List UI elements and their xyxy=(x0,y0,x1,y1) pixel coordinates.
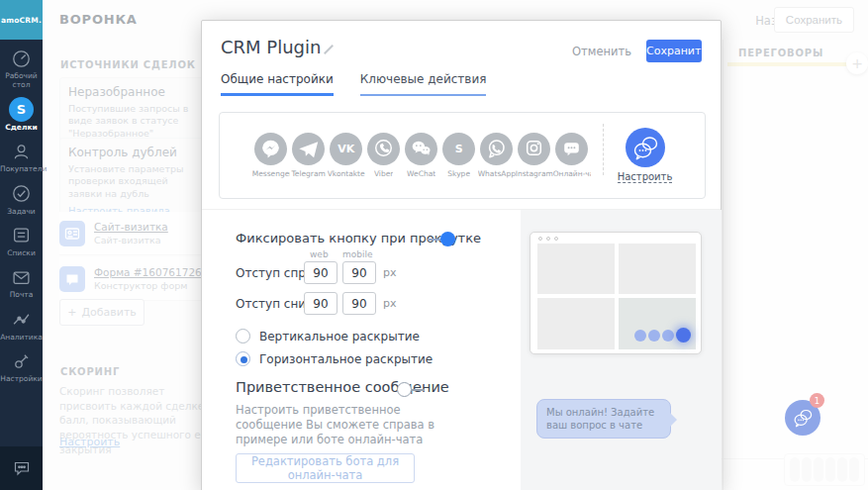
unread-count-badge: 1 xyxy=(810,393,824,408)
telegram-icon xyxy=(292,133,325,165)
source-card-form[interactable]: Форма #1607617266 Конструктор форм xyxy=(59,257,208,301)
window-controls-icon xyxy=(538,237,558,241)
px-unit-label: px xyxy=(383,266,397,279)
whatsapp-icon xyxy=(480,133,513,165)
online-chat-configured-icon xyxy=(626,128,665,167)
sidebar-item-buyers[interactable]: Покупатели xyxy=(0,141,43,173)
messenger-item-whatsapp[interactable]: WhatsApp xyxy=(478,133,516,178)
form-builder-icon xyxy=(59,266,85,292)
radio-vertical-expand[interactable]: Вертикальное раскрытие xyxy=(236,329,420,343)
sidebar-item-settings[interactable]: Настройки xyxy=(0,350,43,383)
messenger-sources-box: Messenger Telegram VK Vkontakte Viber xyxy=(219,112,706,199)
offset-bottom-mobile-input[interactable] xyxy=(342,292,376,315)
wechat-icon xyxy=(405,133,437,165)
stage-color-bar xyxy=(727,62,864,66)
sources-header: ИСТОЧНИКИ СДЕЛОК xyxy=(60,59,196,70)
offset-right-web-input[interactable] xyxy=(304,261,338,284)
messenger-item-viber[interactable]: Viber xyxy=(365,133,403,178)
edit-bot-button[interactable]: Редактировать бота для онлайн-чата xyxy=(236,453,415,483)
scoring-configure-link[interactable]: Настроить xyxy=(59,436,120,448)
source-card-site-card[interactable]: Сайт-визитка Сайт-визитка xyxy=(59,212,208,255)
online-chat-icon xyxy=(555,133,588,165)
welcome-message-toggle[interactable] xyxy=(397,382,425,397)
add-source-button[interactable]: + Добавить xyxy=(59,299,145,326)
tab-general-settings[interactable]: Общие настройки xyxy=(221,72,334,96)
quick-add-button[interactable]: + xyxy=(846,52,868,74)
sidebar-item-lists[interactable]: Списки xyxy=(0,225,43,257)
negotiations-header: ПЕРЕГОВОРЫ xyxy=(738,48,823,58)
chat-bubbles-icon xyxy=(788,403,818,433)
amocrm-logo[interactable]: amoCRM. xyxy=(0,0,43,40)
page-title: ВОРОНКА xyxy=(59,12,138,27)
vk-icon: VK xyxy=(330,133,362,165)
messenger-item-online-chat[interactable]: Онлайн-ча xyxy=(553,133,591,178)
radio-button-selected[interactable] xyxy=(236,351,250,366)
welcome-message-description: Настроить приветственное сообщение Вы см… xyxy=(236,403,441,448)
support-chat-icon xyxy=(12,458,32,478)
tasks-icon xyxy=(12,183,31,205)
configure-online-chat[interactable]: Настроить xyxy=(618,128,673,183)
deal-sources-column: ИСТОЧНИКИ СДЕЛОК Неразобранное Поступивш… xyxy=(59,40,216,490)
web-column-label: web xyxy=(310,249,329,259)
viber-icon xyxy=(367,133,400,165)
support-chat-button[interactable] xyxy=(0,446,43,490)
px-unit-label: px xyxy=(383,297,397,310)
scoring-header: СКОРИНГ xyxy=(60,366,120,377)
configure-label[interactable]: Настроить xyxy=(618,171,673,183)
sidebar-item-tasks[interactable]: Задачи xyxy=(0,183,43,216)
plus-icon: + xyxy=(851,55,863,71)
browser-mockup xyxy=(530,232,702,354)
mobile-column-label: mobile xyxy=(342,249,373,259)
chat-button-icon xyxy=(676,328,691,343)
modal-cancel-button[interactable]: Отменить xyxy=(572,45,631,58)
sidebar-item-mail[interactable]: Почта xyxy=(0,266,43,299)
modal-save-button[interactable]: Сохранить xyxy=(646,40,702,62)
divider xyxy=(603,124,604,175)
radio-button[interactable] xyxy=(236,329,250,343)
messenger-item-vkontakte[interactable]: VK Vkontakte xyxy=(328,133,365,178)
offset-right-mobile-input[interactable] xyxy=(342,261,376,284)
offset-bottom-web-input[interactable] xyxy=(304,292,338,315)
messenger-item-wechat[interactable]: WeChat xyxy=(403,133,440,178)
modal-title: CRM Plugin xyxy=(221,37,321,57)
lists-icon xyxy=(12,225,31,246)
tab-key-actions[interactable]: Ключевые действия xyxy=(360,72,487,96)
deals-icon: S xyxy=(9,99,34,121)
edit-title-icon[interactable] xyxy=(324,45,334,54)
site-card-icon xyxy=(59,221,85,246)
dashboard-icon xyxy=(12,48,31,69)
sidebar-item-deals[interactable]: S Сделки xyxy=(0,99,43,132)
sidebar: amoCRM. Рабочий стол S Сделки Покупатели xyxy=(0,0,43,490)
messenger-icon xyxy=(254,133,287,165)
skype-icon: S xyxy=(442,133,475,165)
messenger-item-messenger[interactable]: Messenger xyxy=(252,133,290,178)
messenger-item-instagram[interactable]: Instagram xyxy=(516,133,553,178)
plus-icon: + xyxy=(67,306,76,319)
messenger-item-telegram[interactable]: Telegram xyxy=(290,133,328,178)
fix-button-toggle[interactable] xyxy=(428,232,455,246)
page-save-button[interactable]: Сохранить xyxy=(774,7,854,33)
horizontal-expand-preview xyxy=(634,328,691,343)
buyers-icon xyxy=(12,141,31,162)
welcome-message-preview[interactable]: Мы онлайн! Задайте ваш вопрос в чате xyxy=(536,399,671,439)
mail-icon xyxy=(12,266,31,288)
sidebar-nav: Рабочий стол S Сделки Покупатели Задачи xyxy=(0,48,43,392)
radio-horizontal-expand[interactable]: Горизонтальное раскрытие xyxy=(236,351,433,366)
widget-preview-panel: Мы онлайн! Задайте ваш вопрос в чате 1 xyxy=(521,210,722,490)
app-root: amoCRM. Рабочий стол S Сделки Покупатели xyxy=(0,0,868,490)
analytics-icon xyxy=(12,309,31,331)
crm-plugin-modal: CRM Plugin Отменить Сохранить Общие наст… xyxy=(201,20,722,490)
modal-tabs: Общие настройки Ключевые действия xyxy=(221,72,486,96)
settings-icon xyxy=(12,350,31,372)
instagram-icon xyxy=(518,133,550,165)
sidebar-item-analytics[interactable]: Аналитика xyxy=(0,309,43,342)
messenger-item-skype[interactable]: S Skype xyxy=(440,133,478,178)
sidebar-item-dashboard[interactable]: Рабочий стол xyxy=(0,48,43,90)
quick-add-panel xyxy=(784,453,865,486)
